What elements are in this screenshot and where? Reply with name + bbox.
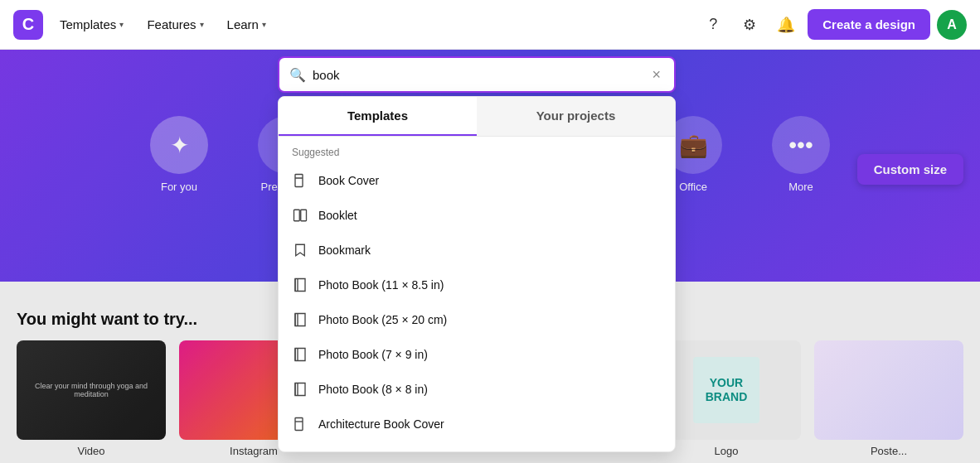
logo[interactable]: C (13, 10, 43, 40)
suggestion-label: Architecture Book Cover (318, 417, 444, 431)
nav-item-features[interactable]: Features ▾ (137, 11, 213, 38)
photo-book-icon (292, 381, 308, 398)
suggestion-photo-book-2[interactable]: Photo Book (25 × 20 cm) (279, 302, 675, 337)
booklet-icon (292, 207, 308, 224)
suggestions-list: Suggested Book Cover Booklet (279, 137, 675, 451)
topnav: C Templates ▾ Features ▾ Learn ▾ ? ⚙ 🔔 C… (0, 0, 980, 50)
nav-item-learn[interactable]: Learn ▾ (217, 11, 276, 38)
suggested-label: Suggested (279, 137, 675, 163)
photo-book-icon (292, 277, 308, 293)
search-overlay: 🔍 × Templates Your projects Suggested Bo… (278, 50, 676, 452)
suggestion-architecture-book-cover[interactable]: Architecture Book Cover (279, 407, 675, 441)
search-dropdown: Templates Your projects Suggested Book C… (278, 96, 676, 452)
suggestion-photo-book-3[interactable]: Photo Book (7 × 9 in) (279, 337, 675, 372)
search-tabs: Templates Your projects (279, 97, 675, 137)
suggestion-label: Photo Book (25 × 20 cm) (318, 313, 447, 326)
nav-learn-label: Learn (227, 17, 259, 31)
suggestion-book-cover[interactable]: Book Cover (279, 163, 675, 198)
nav-features-label: Features (147, 17, 196, 31)
help-button[interactable]: ? (698, 10, 728, 40)
bookmark-icon (292, 242, 308, 258)
suggestion-notebook-book-cover[interactable]: Notebook Book Cover (279, 441, 675, 451)
nav-left: Templates ▾ Features ▾ Learn ▾ (50, 11, 276, 38)
suggestion-photo-book-4[interactable]: Photo Book (8 × 8 in) (279, 372, 675, 407)
book-cover-icon (292, 416, 308, 432)
suggestion-label: Booklet (318, 209, 357, 222)
search-icon: 🔍 (289, 67, 306, 83)
suggestion-booklet[interactable]: Booklet (279, 198, 675, 233)
settings-button[interactable]: ⚙ (735, 10, 764, 40)
notifications-button[interactable]: 🔔 (771, 10, 801, 40)
suggestion-label: Book Cover (318, 174, 379, 187)
gear-icon: ⚙ (743, 16, 756, 34)
nav-templates-label: Templates (60, 17, 116, 31)
help-icon: ? (709, 16, 717, 33)
main-content: Templates Custom size ✦ For you ▶ Presen… (0, 50, 980, 463)
suggestion-label: Photo Book (8 × 8 in) (318, 383, 428, 396)
svg-rect-0 (295, 175, 303, 187)
suggestion-label: Photo Book (11 × 8.5 in) (318, 278, 444, 292)
search-input[interactable] (313, 68, 648, 82)
chevron-down-icon: ▾ (200, 20, 204, 29)
suggestion-label: Photo Book (7 × 9 in) (318, 348, 428, 361)
suggestion-label: Bookmark (318, 244, 371, 257)
tab-templates[interactable]: Templates (279, 97, 477, 136)
search-bar: 🔍 × (278, 56, 676, 93)
create-design-button[interactable]: Create a design (808, 9, 930, 40)
bell-icon: 🔔 (777, 16, 795, 34)
chevron-down-icon: ▾ (262, 20, 266, 29)
photo-book-icon (292, 311, 308, 328)
chevron-down-icon: ▾ (119, 20, 124, 29)
tab-your-projects[interactable]: Your projects (477, 97, 675, 136)
svg-rect-2 (294, 210, 300, 221)
svg-rect-4 (295, 418, 303, 431)
logo-letter: C (22, 15, 34, 34)
nav-item-templates[interactable]: Templates ▾ (50, 11, 133, 38)
photo-book-icon (292, 346, 308, 363)
suggestion-bookmark[interactable]: Bookmark (279, 233, 675, 268)
svg-rect-3 (301, 210, 307, 221)
suggestion-photo-book-1[interactable]: Photo Book (11 × 8.5 in) (279, 268, 675, 302)
clear-search-button[interactable]: × (648, 63, 664, 87)
avatar[interactable]: A (937, 10, 967, 40)
notebook-icon (292, 451, 308, 451)
book-cover-icon (292, 172, 308, 189)
